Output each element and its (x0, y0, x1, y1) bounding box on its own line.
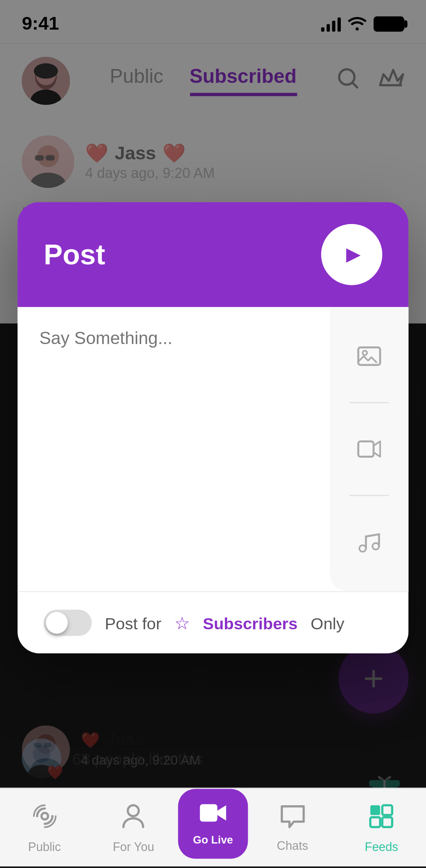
music-upload-button[interactable] (345, 518, 393, 566)
chat-icon (279, 804, 305, 834)
nav-feeds[interactable]: Feeds (337, 803, 426, 853)
star-icon: ☆ (174, 612, 190, 633)
nav-for-you-label: For You (113, 840, 154, 853)
modal-footer: Post for ☆ Subscribers Only (17, 591, 408, 653)
image-upload-button[interactable] (345, 332, 393, 380)
nav-go-live[interactable]: Go Live (178, 788, 248, 866)
post-input-area (17, 307, 330, 591)
svg-rect-13 (358, 441, 374, 457)
svg-point-26 (41, 812, 48, 819)
post-modal: Post ► (17, 202, 408, 653)
modal-body (17, 307, 408, 591)
bottom-navigation: Public For You Go Live Chats (0, 788, 426, 866)
send-arrow-icon: ► (342, 240, 365, 269)
modal-header: Post ► (17, 202, 408, 307)
nav-chats[interactable]: Chats (248, 804, 337, 852)
svg-rect-32 (383, 817, 392, 827)
nav-public[interactable]: Public (0, 803, 89, 853)
svg-rect-28 (200, 804, 217, 821)
go-live-label: Go Live (193, 834, 233, 846)
only-label: Only (311, 614, 344, 632)
subscribers-label[interactable]: Subscribers (203, 614, 297, 632)
person-icon (121, 803, 146, 835)
modal-title: Post (44, 238, 105, 271)
feeds-icon (368, 803, 394, 835)
svg-rect-29 (370, 805, 380, 815)
nav-for-you[interactable]: For You (89, 803, 178, 853)
tool-divider-2 (349, 495, 389, 496)
post-text-input[interactable] (39, 329, 308, 548)
nav-chats-label: Chats (277, 838, 308, 851)
svg-rect-31 (370, 817, 380, 827)
go-live-button[interactable]: Go Live (178, 788, 248, 858)
tool-divider-1 (349, 402, 389, 403)
video-upload-button[interactable] (345, 425, 393, 473)
nav-feeds-label: Feeds (365, 840, 398, 853)
svg-point-27 (128, 805, 139, 816)
post-for-label: Post for (105, 614, 161, 632)
broadcast-icon (32, 803, 58, 835)
toggle-knob (46, 612, 67, 634)
subscribers-toggle[interactable] (44, 610, 92, 636)
svg-rect-30 (383, 805, 392, 815)
nav-public-label: Public (28, 840, 61, 853)
svg-point-12 (362, 351, 367, 355)
media-tools (330, 307, 408, 591)
video-camera-icon (199, 801, 227, 832)
send-button[interactable]: ► (321, 224, 382, 285)
